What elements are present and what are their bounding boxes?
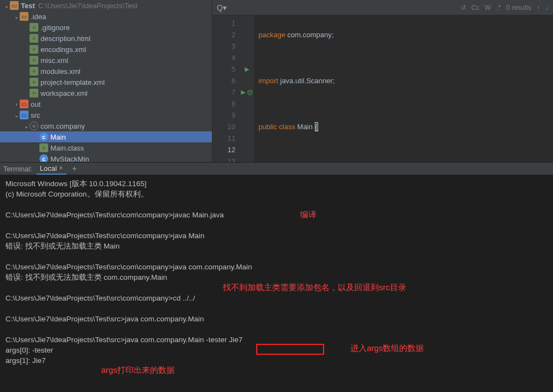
gutter-mark[interactable] (240, 41, 254, 52)
tree-class[interactable]: ≡Main.class (0, 142, 212, 153)
terminal-line (5, 251, 548, 262)
gutter-mark[interactable] (240, 109, 254, 121)
regex-button[interactable]: .* (497, 4, 501, 11)
tree-package[interactable]: ⌄ ○ com.company (0, 120, 212, 131)
line-number[interactable]: 10 (212, 121, 235, 132)
terminal-line: 错误: 找不到或无法加载主类 Main (5, 241, 548, 251)
terminal-line: 错误: 找不到或无法加载主类 com.company.Main (5, 272, 548, 283)
tree-idea-folder[interactable]: ⌄ ▭ .idea (0, 11, 212, 22)
file-icon: ≡ (30, 67, 38, 76)
code-body[interactable]: package com.company; import java.util.Sc… (254, 15, 553, 162)
tree-root[interactable]: ⌄ ▭ Test C:\Users\Jie7\IdeaProjects\Test (0, 0, 212, 11)
terminal-line: C:\Users\Jie7\IdeaProjects\Test\src\com\… (5, 230, 548, 241)
line-number[interactable]: 13 (212, 155, 235, 162)
chevron-down-icon: ⌄ (23, 123, 30, 129)
tree-src-folder[interactable]: ⌄ ▭ src (0, 109, 212, 120)
new-terminal-button[interactable]: ＋ (71, 164, 78, 174)
gutter-mark[interactable] (240, 155, 254, 162)
chevron-down-icon: ⌄ (13, 112, 20, 118)
terminal-tab-bar[interactable]: Terminal: Local × ＋ (0, 162, 553, 175)
class-icon: c (39, 154, 48, 162)
code-text: Main (295, 123, 314, 131)
gutter-mark[interactable]: ▶ (240, 64, 254, 75)
chevron-down-icon: ⌄ (13, 14, 20, 20)
terminal-line (5, 220, 548, 230)
line-number[interactable]: 4 (212, 52, 235, 64)
line-number[interactable]: 7 (212, 87, 235, 98)
gutter-mark[interactable] (240, 52, 254, 64)
line-number[interactable]: 5 (212, 64, 235, 75)
line-number[interactable]: 8 (212, 98, 235, 109)
tree-label: Main.class (50, 144, 84, 152)
file-icon: ≡ (30, 89, 38, 97)
line-number[interactable]: 2 (212, 29, 235, 41)
tree-file[interactable]: ≡project-template.xml (0, 77, 212, 88)
tree-label: src (31, 111, 40, 119)
gutter-mark[interactable] (240, 18, 254, 29)
tree-out-folder[interactable]: › ▭ out (0, 99, 212, 109)
gutter-mark[interactable]: ▶ @ (240, 87, 254, 98)
tree-label: MyStackMin (50, 155, 89, 163)
close-icon[interactable]: × (59, 164, 63, 172)
line-number[interactable]: 1 (212, 18, 235, 29)
find-prev-icon[interactable]: ↑ (537, 4, 540, 11)
line-number[interactable]: 6 (212, 75, 235, 87)
line-number[interactable]: 9 (212, 109, 235, 121)
terminal-line: Microsoft Windows [版本 10.0.19042.1165] (5, 178, 548, 189)
annotation-box (256, 344, 324, 355)
tree-file[interactable]: ≡modules.xml (0, 66, 212, 77)
match-case-button[interactable]: Cc (471, 4, 480, 11)
file-icon: ≡ (30, 56, 38, 65)
gutter-mark[interactable] (240, 144, 254, 155)
terminal-tab-local[interactable]: Local × (37, 163, 66, 175)
file-icon: ≡ (39, 143, 48, 152)
brace: { (315, 122, 318, 131)
terminal[interactable]: 编译 找不到加载主类需要添加包名，以及回退到src目录 进入args数组的数据 … (0, 175, 553, 392)
terminal-line: C:\Users\Jie7\IdeaProjects\Test\src\com\… (5, 293, 548, 303)
tree-label: workspace.xml (41, 89, 88, 97)
tree-class[interactable]: cMyStackMin (0, 153, 212, 162)
gutter-mark[interactable] (240, 98, 254, 109)
gutter-mark[interactable] (240, 29, 254, 41)
gutter-mark[interactable] (240, 132, 254, 144)
file-icon: ≡ (30, 23, 38, 32)
kw: import (258, 77, 278, 85)
tree-file[interactable]: ≡encodings.xml (0, 44, 212, 55)
chevron-right-icon: › (13, 101, 20, 107)
line-number[interactable]: 12 (212, 144, 235, 155)
folder-icon: ▭ (20, 12, 28, 21)
tree-label: .idea (31, 13, 46, 21)
kw: public class (258, 123, 295, 131)
words-button[interactable]: W (485, 4, 491, 11)
folder-icon: ▭ (20, 111, 28, 119)
terminal-title: Terminal: (3, 165, 32, 173)
tree-label: description.html (41, 34, 90, 43)
project-icon: ▭ (10, 1, 19, 10)
tree-class[interactable]: cMain (0, 131, 212, 142)
tree-file[interactable]: ≡.gitignore (0, 22, 212, 33)
tree-file[interactable]: ≡workspace.xml (0, 88, 212, 99)
tree-file[interactable]: ≡description.html (0, 33, 212, 44)
file-icon: ≡ (30, 45, 38, 54)
find-next-icon[interactable]: ↓ (545, 4, 549, 11)
terminal-line (5, 303, 548, 314)
line-number[interactable]: 11 (212, 132, 235, 144)
tree-label: out (31, 100, 41, 108)
kw: package (258, 31, 285, 39)
gutter-mark[interactable] (240, 121, 254, 132)
find-history-icon[interactable]: ↺ (460, 4, 466, 11)
gutter-marks[interactable]: ▶▶ @ (240, 15, 254, 162)
gutter[interactable]: 12345678910111213 (212, 15, 240, 162)
tree-label: .gitignore (41, 24, 70, 32)
gutter-mark[interactable] (240, 75, 254, 87)
annotation-args-out: args打印出来的数据 (101, 365, 175, 375)
terminal-line: C:\Users\Jie7\IdeaProjects\Test\src>java… (5, 314, 548, 324)
find-results: 0 results (506, 4, 531, 11)
tab-label: Local (40, 164, 57, 172)
terminal-line: args[1]: Jie7 (5, 355, 548, 366)
line-number[interactable]: 3 (212, 41, 235, 52)
terminal-line: C:\Users\Jie7\IdeaProjects\Test\src\com\… (5, 262, 548, 272)
tree-file[interactable]: ≡misc.xml (0, 55, 212, 66)
find-bar[interactable]: Q▾ ↺ Cc W .* 0 results ↑ ↓ (212, 0, 553, 15)
project-tree[interactable]: ⌄ ▭ Test C:\Users\Jie7\IdeaProjects\Test… (0, 0, 212, 162)
